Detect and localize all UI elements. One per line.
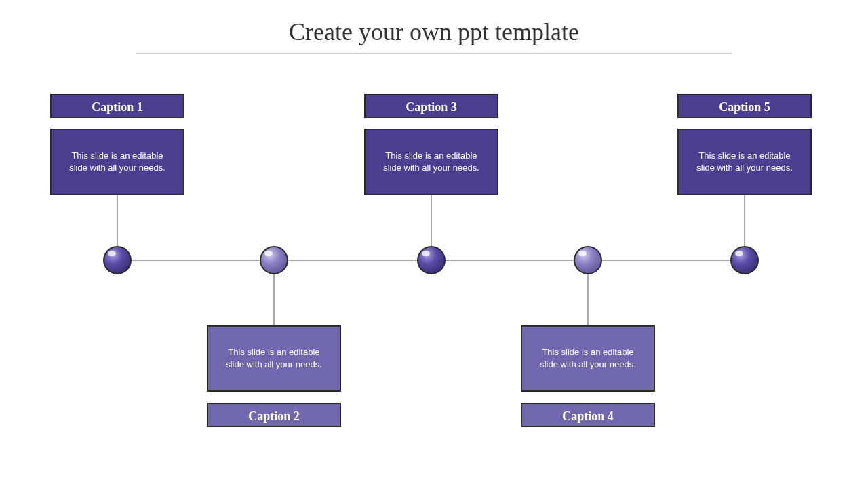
svg-point-6 — [104, 247, 131, 274]
desc-1: This slide is an editable slide with all… — [50, 129, 184, 195]
caption-5: Caption 5 — [677, 94, 812, 118]
svg-point-9 — [264, 251, 273, 256]
timeline-node-3 — [418, 247, 445, 274]
svg-point-10 — [418, 247, 445, 274]
caption-4: Caption 4 — [521, 403, 655, 427]
caption-1: Caption 1 — [50, 94, 184, 118]
timeline-node-2 — [260, 247, 288, 274]
desc-3: This slide is an editable slide with all… — [364, 129, 498, 195]
svg-point-7 — [108, 251, 116, 256]
timeline-svg — [0, 0, 868, 488]
timeline-node-1 — [104, 247, 131, 274]
svg-point-15 — [735, 251, 743, 256]
desc-2: This slide is an editable slide with all… — [207, 325, 341, 392]
svg-point-8 — [260, 247, 288, 274]
desc-4: This slide is an editable slide with all… — [521, 325, 655, 392]
svg-point-14 — [731, 247, 758, 274]
svg-point-11 — [422, 251, 430, 256]
svg-point-12 — [574, 247, 601, 274]
timeline-node-5 — [731, 247, 758, 274]
timeline-node-4 — [574, 247, 601, 274]
desc-5: This slide is an editable slide with all… — [677, 129, 812, 195]
slide-canvas: Create your own ppt template — [0, 0, 868, 488]
svg-point-13 — [578, 251, 587, 256]
caption-2: Caption 2 — [207, 403, 341, 427]
caption-3: Caption 3 — [364, 94, 498, 118]
